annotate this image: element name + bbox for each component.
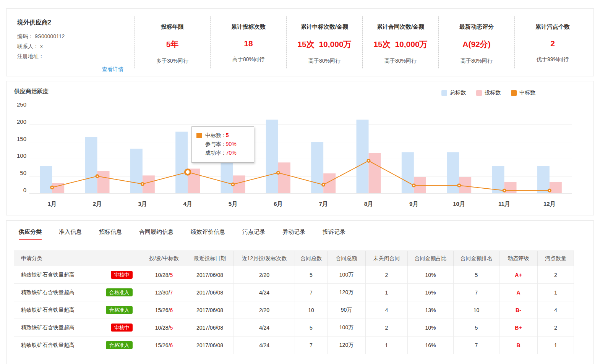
supplier-address-label: 注册地址： xyxy=(17,53,44,59)
cell-recent-12m: 4/24 xyxy=(234,284,295,301)
tab-投诉记录[interactable]: 投诉记录 xyxy=(323,228,345,240)
table-row: 精致铁矿石含铁量超高审核中10/28/52017/06/082/205100万2… xyxy=(14,266,574,284)
category-name: 精致铁矿石含铁量超高 xyxy=(21,342,75,349)
tabs-separator xyxy=(13,245,587,245)
stat-contracts: 累计合同次数/金额 15次 10,000万 高于80%同行 xyxy=(362,16,438,68)
tooltip-row-participation: 参与率 : 90% xyxy=(196,140,249,149)
stat-subtext: 多于30%同行 xyxy=(135,58,210,65)
stat-stain-count: 累计污点个数 2 优于99%同行 xyxy=(514,16,590,68)
cell-amount-rank: 5 xyxy=(454,266,499,284)
cell-amount-rank: 7 xyxy=(454,336,499,354)
tooltip-row-win-count: 中标数 : 5 xyxy=(196,131,249,140)
legend-item-总标数[interactable]: 总标数 xyxy=(441,89,466,96)
cell-amount-rank: 7 xyxy=(454,284,499,301)
tab-绩效评价信息[interactable]: 绩效评价信息 xyxy=(191,228,225,240)
cell-last-bid-date: 2017/06/08 xyxy=(186,284,234,301)
stat-subtext: 高于80%同行 xyxy=(439,58,514,65)
stat-value: 18 xyxy=(211,39,286,48)
tab-供应分类[interactable]: 供应分类 xyxy=(19,228,42,240)
cell-amount-ratio: 10% xyxy=(408,266,454,284)
tooltip-series-swatch-icon xyxy=(196,133,202,138)
won-count: 5 xyxy=(170,325,173,331)
legend-item-中标数[interactable]: 中标数 xyxy=(511,89,535,96)
cell-last-bid-date: 2017/06/08 xyxy=(186,301,234,319)
won-count: 7 xyxy=(170,290,173,296)
tab-合同履约信息[interactable]: 合同履约信息 xyxy=(139,228,174,240)
x-axis-label: 2月 xyxy=(75,201,120,208)
x-axis-label: 11月 xyxy=(482,201,527,208)
column-header: 投/发/中标数 xyxy=(142,251,186,266)
cell-stain-count: 1 xyxy=(538,336,574,354)
won-count: 5 xyxy=(170,272,173,278)
category-name: 精致铁矿石含铁量超高 xyxy=(21,272,75,278)
column-header: 申请分类 xyxy=(14,251,142,266)
category-name: 精致铁矿石含铁量超高 xyxy=(21,289,75,296)
column-header: 未关闭合同 xyxy=(366,251,408,266)
cell-open-contracts: 2 xyxy=(366,319,408,336)
legend-swatch-icon xyxy=(476,90,482,96)
status-badge: 审核中 xyxy=(111,271,133,279)
tab-污点记录[interactable]: 污点记录 xyxy=(242,228,265,240)
detail-tabs: 供应分类准入信息招标信息合同履约信息绩效评价信息污点记录异动记录投诉记录 xyxy=(19,228,345,240)
stat-total-bids: 累计投标次数 18 高于80%同行 xyxy=(210,16,286,68)
x-axis-label: 5月 xyxy=(210,201,255,208)
supplier-code-value: 9S00000112 xyxy=(35,33,65,39)
stat-subtext: 高于80%同行 xyxy=(363,58,438,65)
tab-招标信息[interactable]: 招标信息 xyxy=(99,228,122,240)
cell-open-contracts: 2 xyxy=(366,266,408,284)
table-row: 精致铁矿石含铁量超高审核中10/28/52017/06/084/245100万2… xyxy=(14,319,574,336)
supplier-contact-label: 联系人： xyxy=(17,43,39,49)
x-axis-label: 4月 xyxy=(165,201,210,208)
x-axis-label: 7月 xyxy=(301,201,346,208)
chart-legend: 总标数投标数中标数 xyxy=(441,89,535,96)
cell-contract-amount: 90万 xyxy=(328,301,366,319)
legend-item-投标数[interactable]: 投标数 xyxy=(476,89,501,96)
column-header: 污点数量 xyxy=(538,251,574,266)
cell-amount-ratio: 16% xyxy=(408,284,454,301)
rating-value: B- xyxy=(516,307,521,313)
x-axis-label: 6月 xyxy=(256,201,301,208)
rating-value: A xyxy=(516,290,520,296)
cell-rating: B+ xyxy=(499,319,538,336)
cell-contract-total: 5 xyxy=(295,266,328,284)
legend-swatch-icon xyxy=(441,90,447,96)
tab-异动记录[interactable]: 异动记录 xyxy=(282,228,305,240)
x-axis-label: 9月 xyxy=(391,201,436,208)
chart-tooltip: 中标数 : 5 参与率 : 90% 成功率 : 70% xyxy=(191,126,254,163)
cell-contract-total: 7 xyxy=(295,284,328,301)
y-axis-tick: 150 xyxy=(12,136,26,142)
supplier-activity-card: 供应商活跃度 总标数投标数中标数 050100150200250 1月2月3月4… xyxy=(6,81,594,215)
view-details-link[interactable]: 查看详情 xyxy=(102,66,123,73)
rating-value: B+ xyxy=(515,325,522,331)
status-badge: 审核中 xyxy=(111,324,133,332)
stat-subtext: 优于99%同行 xyxy=(515,56,590,63)
tooltip-value: 5 xyxy=(226,131,229,140)
x-axis-label: 10月 xyxy=(436,201,482,208)
cell-stain-count: 2 xyxy=(538,319,574,336)
cell-rating: A+ xyxy=(499,266,538,284)
table-header-row: 申请分类投/发/中标数最近投标日期近12月投/发标次数合同总数合同总额未关闭合同… xyxy=(14,251,574,266)
cell-contract-total: 10 xyxy=(295,301,328,319)
cell-contract-amount: 100万 xyxy=(328,319,366,336)
status-badge: 合格准入 xyxy=(106,288,133,296)
stat-title: 累计投标次数 xyxy=(211,23,286,31)
tab-准入信息[interactable]: 准入信息 xyxy=(59,228,82,240)
category-name: 精致铁矿石含铁量超高 xyxy=(21,324,75,331)
stat-value: 15次 10,000万 xyxy=(363,39,438,50)
cell-bid-counts: 12/30/7 xyxy=(142,284,186,301)
cell-recent-12m: 4/24 xyxy=(234,319,295,336)
chart-title: 供应商活跃度 xyxy=(14,88,49,95)
tooltip-value: 90% xyxy=(226,140,237,149)
stat-value: 2 xyxy=(515,39,590,48)
x-axis-label: 12月 xyxy=(527,201,572,208)
cell-stain-count: 1 xyxy=(538,284,574,301)
cell-rating: B xyxy=(499,336,538,354)
stat-latest-rating: 最新动态评分 A(92分) 高于80%同行 xyxy=(438,16,514,68)
cell-bid-counts: 15/26/6 xyxy=(142,301,186,319)
won-count: 6 xyxy=(170,307,173,313)
cell-stain-count: 2 xyxy=(538,266,574,284)
cell-category: 精致铁矿石含铁量超高合格准入 xyxy=(14,284,142,301)
activity-chart-plot[interactable] xyxy=(29,108,572,193)
table-row: 精致铁矿石含铁量超高合格准入15/26/62017/06/082/201090万… xyxy=(14,301,574,319)
stat-bid-years: 投标年限 5年 多于30%同行 xyxy=(134,16,210,68)
